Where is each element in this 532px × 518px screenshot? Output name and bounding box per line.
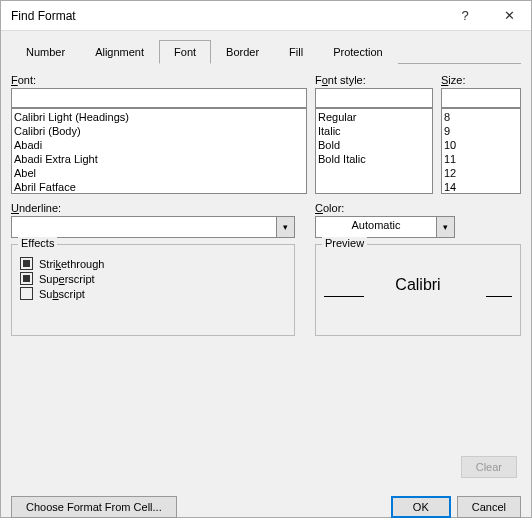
list-item[interactable]: Abadi Extra Light: [14, 152, 304, 166]
list-item[interactable]: Italic: [318, 124, 430, 138]
list-item[interactable]: 12: [444, 166, 518, 180]
size-input[interactable]: [441, 88, 521, 108]
font-list[interactable]: Calibri Light (Headings) Calibri (Body) …: [11, 108, 307, 194]
strikethrough-label: Strikethrough: [39, 258, 104, 270]
cancel-button[interactable]: Cancel: [457, 496, 521, 518]
chevron-down-icon[interactable]: ▾: [436, 217, 454, 237]
superscript-label: Superscript: [39, 273, 95, 285]
list-item[interactable]: Abadi: [14, 138, 304, 152]
help-button[interactable]: ?: [443, 1, 487, 31]
font-input[interactable]: [11, 88, 307, 108]
tab-border[interactable]: Border: [211, 40, 274, 64]
underline-label: Underline:: [11, 202, 295, 214]
list-item[interactable]: Regular: [318, 110, 430, 124]
list-item[interactable]: Calibri Light (Headings): [14, 110, 304, 124]
fontstyle-list[interactable]: Regular Italic Bold Bold Italic: [315, 108, 433, 194]
list-item[interactable]: 9: [444, 124, 518, 138]
list-item[interactable]: Abril Fatface: [14, 180, 304, 194]
titlebar: Find Format ? ✕: [1, 1, 531, 31]
close-button[interactable]: ✕: [487, 1, 531, 31]
color-label: Color:: [315, 202, 521, 214]
underline-value: [12, 217, 276, 237]
list-item[interactable]: 14: [444, 180, 518, 194]
list-item[interactable]: Bold: [318, 138, 430, 152]
preview-line: [486, 296, 512, 297]
checkbox-icon: [20, 287, 33, 300]
subscript-checkbox[interactable]: Subscript: [20, 287, 286, 300]
preview-line: [324, 296, 364, 297]
tab-font[interactable]: Font: [159, 40, 211, 64]
ok-button[interactable]: OK: [391, 496, 451, 518]
list-item[interactable]: 10: [444, 138, 518, 152]
list-item[interactable]: Abel: [14, 166, 304, 180]
chevron-down-icon[interactable]: ▾: [276, 217, 294, 237]
tab-fill[interactable]: Fill: [274, 40, 318, 64]
color-value: Automatic: [316, 217, 436, 237]
tab-alignment[interactable]: Alignment: [80, 40, 159, 64]
preview-group: Preview Calibri: [315, 244, 521, 336]
size-list[interactable]: 8 9 10 11 12 14: [441, 108, 521, 194]
preview-text: Calibri: [395, 276, 440, 294]
color-combo[interactable]: Automatic ▾: [315, 216, 455, 238]
list-item[interactable]: Calibri (Body): [14, 124, 304, 138]
find-format-dialog: Find Format ? ✕ Number Alignment Font Bo…: [0, 0, 532, 518]
list-item[interactable]: 11: [444, 152, 518, 166]
preview-box: Calibri: [324, 255, 512, 315]
superscript-checkbox[interactable]: Superscript: [20, 272, 286, 285]
content: Number Alignment Font Border Fill Protec…: [1, 31, 531, 488]
window-title: Find Format: [11, 9, 443, 23]
preview-label: Preview: [322, 237, 367, 249]
fontstyle-input[interactable]: [315, 88, 433, 108]
tab-number[interactable]: Number: [11, 40, 80, 64]
button-row: Choose Format From Cell... OK Cancel: [1, 488, 531, 518]
font-label: Font:: [11, 74, 307, 86]
checkbox-icon: [20, 257, 33, 270]
effects-group: Effects Strikethrough Superscript Subscr…: [11, 244, 295, 336]
choose-format-button[interactable]: Choose Format From Cell...: [11, 496, 177, 518]
list-item[interactable]: Bold Italic: [318, 152, 430, 166]
fontstyle-label: Font style:: [315, 74, 433, 86]
tab-protection[interactable]: Protection: [318, 40, 398, 64]
size-label: Size:: [441, 74, 521, 86]
checkbox-icon: [20, 272, 33, 285]
strikethrough-checkbox[interactable]: Strikethrough: [20, 257, 286, 270]
effects-label: Effects: [18, 237, 57, 249]
tab-strip: Number Alignment Font Border Fill Protec…: [11, 39, 521, 64]
clear-button[interactable]: Clear: [461, 456, 517, 478]
font-panel: Font: Calibri Light (Headings) Calibri (…: [11, 64, 521, 478]
underline-combo[interactable]: ▾: [11, 216, 295, 238]
list-item[interactable]: 8: [444, 110, 518, 124]
subscript-label: Subscript: [39, 288, 85, 300]
